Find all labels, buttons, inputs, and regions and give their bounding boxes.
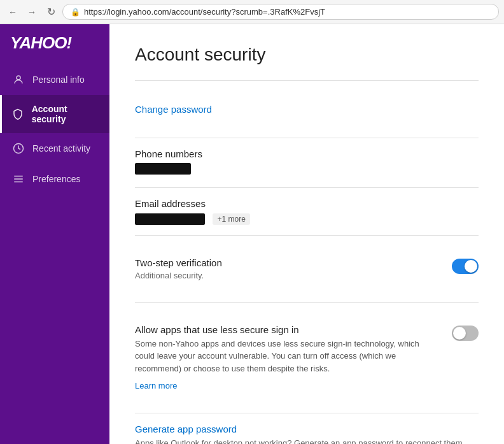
two-step-knob — [465, 260, 477, 273]
phone-numbers-label: Phone numbers — [135, 148, 479, 159]
sidebar-nav: Personal info Account security Recent ac… — [0, 64, 109, 194]
more-badge: +1 more — [213, 213, 249, 225]
url-text: https://login.yahoo.com/account/security… — [84, 7, 325, 17]
sidebar-item-personal-info[interactable]: Personal info — [0, 64, 109, 95]
sidebar-logo: YAHOO! — [0, 24, 109, 62]
change-password-section: Change password — [135, 94, 479, 138]
less-secure-track — [452, 326, 479, 341]
change-password-link[interactable]: Change password — [135, 104, 212, 115]
yahoo-logo: YAHOO! — [10, 33, 71, 53]
svg-point-0 — [17, 76, 20, 80]
less-secure-row: Allow apps that use less secure sign in … — [135, 313, 479, 403]
phone-numbers-field: Phone numbers — [135, 148, 479, 177]
menu-icon — [12, 173, 25, 185]
reload-button[interactable]: ↻ — [43, 4, 59, 20]
two-step-row: Two-step verification Additional securit… — [135, 246, 479, 292]
person-icon — [12, 73, 25, 86]
email-row: +1 more — [135, 213, 479, 225]
browser-toolbar: ← → ↻ 🔒 https://login.yahoo.com/account/… — [0, 0, 504, 24]
two-step-info: Two-step verification Additional securit… — [135, 257, 452, 280]
two-step-track — [452, 259, 479, 274]
app-password-description: Apps like Outlook for desktop not workin… — [135, 438, 479, 444]
address-bar[interactable]: 🔒 https://login.yahoo.com/account/securi… — [62, 4, 499, 20]
clock-icon — [12, 142, 25, 155]
recent-activity-label: Recent activity — [32, 143, 90, 154]
email-addresses-section: Email addresses +1 more — [135, 188, 479, 236]
less-secure-info: Allow apps that use less secure sign in … — [135, 324, 452, 392]
shield-icon — [12, 108, 24, 120]
personal-info-label: Personal info — [32, 75, 85, 85]
less-secure-section: Allow apps that use less secure sign in … — [135, 303, 479, 414]
less-secure-knob — [453, 327, 466, 340]
browser-chrome: ← → ↻ 🔒 https://login.yahoo.com/account/… — [0, 0, 504, 24]
phone-redacted — [135, 163, 191, 175]
less-secure-toggle[interactable] — [452, 326, 479, 341]
preferences-label: Preferences — [32, 174, 80, 184]
sidebar-item-account-security[interactable]: Account security — [0, 95, 109, 133]
less-secure-description: Some non-Yahoo apps and devices use less… — [135, 338, 439, 375]
lock-icon: 🔒 — [71, 8, 80, 17]
sidebar-item-preferences[interactable]: Preferences — [0, 164, 109, 194]
sidebar: YAHOO! Personal info Account security — [0, 24, 109, 444]
page-title: Account security — [135, 45, 479, 65]
email-addresses-field: Email addresses +1 more — [135, 198, 479, 225]
generate-app-password-link[interactable]: Generate app password — [135, 424, 237, 434]
email-redacted — [135, 213, 205, 225]
phone-numbers-section: Phone numbers — [135, 138, 479, 188]
two-step-title: Two-step verification — [135, 257, 439, 268]
back-button[interactable]: ← — [5, 4, 20, 20]
account-security-label: Account security — [32, 104, 99, 124]
app-body: YAHOO! Personal info Account security — [0, 24, 504, 444]
two-step-section: Two-step verification Additional securit… — [135, 236, 479, 303]
less-secure-title: Allow apps that use less secure sign in — [135, 324, 439, 335]
forward-button[interactable]: → — [24, 4, 39, 20]
main-content: Account security Change password Phone n… — [109, 24, 504, 444]
two-step-subtitle: Additional security. — [135, 271, 439, 280]
app-password-section: Generate app password Apps like Outlook … — [135, 413, 479, 444]
sidebar-item-recent-activity[interactable]: Recent activity — [0, 133, 109, 164]
email-addresses-label: Email addresses — [135, 198, 479, 209]
title-divider — [135, 80, 479, 81]
learn-more-link[interactable]: Learn more — [135, 381, 177, 390]
two-step-toggle[interactable] — [452, 259, 479, 274]
